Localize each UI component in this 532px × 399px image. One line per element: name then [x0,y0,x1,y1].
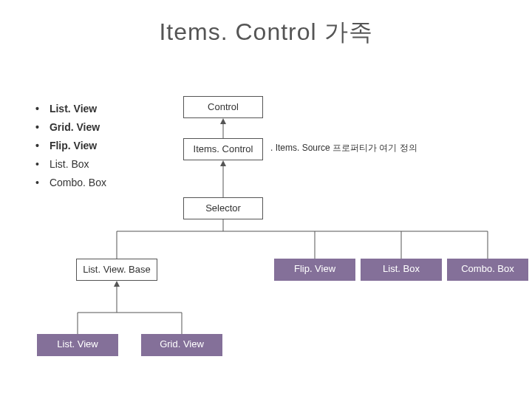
node-gridview: Grid. View [141,334,222,356]
node-listviewbase: List. View. Base [76,259,157,281]
page-title: Items. Control 가족 [0,16,532,49]
bullet-item: List. Box [35,155,106,174]
node-control: Control [183,96,263,118]
node-selector: Selector [183,197,263,219]
bullet-item: Flip. View [35,137,106,155]
node-listview: List. View [37,334,118,356]
svg-marker-3 [220,160,226,166]
node-listbox: List. Box [361,259,442,281]
annotation-text: . Items. Source 프로퍼티가 여기 정의 [270,142,417,154]
svg-marker-1 [220,118,226,124]
node-combobox: Combo. Box [447,259,528,281]
bullet-item: List. View [35,100,106,118]
svg-marker-11 [114,281,120,287]
node-flipview: Flip. View [274,259,355,281]
bullet-item: Combo. Box [35,174,106,192]
node-itemscontrol: Items. Control [183,138,263,160]
bullet-item: Grid. View [35,118,106,137]
bullet-list: List. View Grid. View Flip. View List. B… [35,100,106,192]
